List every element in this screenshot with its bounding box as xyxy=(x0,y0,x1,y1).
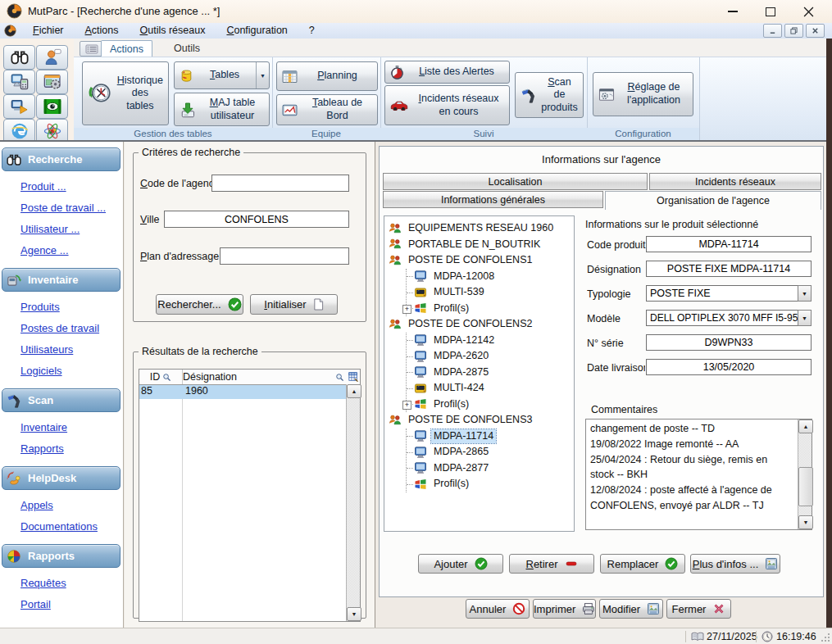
tree-item-profil-s[interactable]: + Profil(s) xyxy=(407,397,574,413)
search-button[interactable]: Rechercher... xyxy=(156,294,243,315)
sidebar-link-produit[interactable]: Produit ... xyxy=(20,179,121,193)
minimize-button[interactable] xyxy=(714,0,752,23)
close-button[interactable] xyxy=(789,0,827,23)
resize-grip[interactable] xyxy=(821,633,830,642)
tab-incidents-reseaux[interactable]: Incidents réseaux xyxy=(649,173,821,190)
comments-box[interactable]: changement de poste -- TD 19/08/2022 Ima… xyxy=(585,419,812,530)
tables-dropdown-button[interactable]: ▼ xyxy=(256,62,269,88)
sidebar-link-utilisateurs[interactable]: Utilisateurs xyxy=(20,342,121,356)
remplacer-button[interactable]: Remplacer xyxy=(600,554,685,574)
tab-informations-generales[interactable]: Informations générales xyxy=(383,191,603,208)
mdi-restore-button[interactable] xyxy=(784,24,803,38)
typologie-select[interactable] xyxy=(646,285,812,302)
shortcut-computer-audit-button[interactable] xyxy=(3,70,35,94)
sidebar-link-postes-de-travail[interactable]: Postes de travail xyxy=(20,321,121,335)
tab-outils[interactable]: Outils xyxy=(166,40,208,57)
product-code-input[interactable] xyxy=(646,236,812,252)
scan-de-produits-button[interactable]: Scan de produits xyxy=(515,72,584,118)
reglage-application-button[interactable]: Réglage de l'application xyxy=(593,72,693,116)
shortcut-settings-window-button[interactable] xyxy=(36,70,68,94)
result-row-85[interactable]: 85 1960 xyxy=(139,385,346,399)
tree-item-poste-de-confolens2[interactable]: POSTE DE CONFOLENS2 xyxy=(389,316,574,333)
liste-des-alertes-button[interactable]: Liste des Alertes xyxy=(384,61,510,84)
sidebar-header-rapports[interactable]: Rapports xyxy=(2,544,120,568)
tree-item-multi-424[interactable]: MULTI-424 xyxy=(407,380,574,397)
tree-item-portable-de-n-boutrik[interactable]: PORTABLE DE N_BOUTRIK xyxy=(389,237,574,253)
imprimer-button[interactable]: Imprimer xyxy=(533,599,596,619)
agency-code-input[interactable] xyxy=(211,175,349,192)
tree-item-mdpa-12142[interactable]: MDPA-12142 xyxy=(407,333,574,349)
menu-help[interactable]: ? xyxy=(298,24,325,38)
maximize-button[interactable] xyxy=(752,0,789,23)
mdi-minimize-button[interactable] xyxy=(763,24,782,38)
sidebar-header-scan[interactable]: Scan xyxy=(2,388,120,412)
menu-fichier[interactable]: Fichier xyxy=(22,24,75,38)
sidebar-header-recherche[interactable]: Recherche xyxy=(2,147,120,171)
fermer-button[interactable]: Fermer xyxy=(666,599,731,619)
sidebar-link-agence[interactable]: Agence ... xyxy=(20,243,121,257)
delivery-date-input[interactable] xyxy=(646,359,812,375)
sidebar-header-inventaire[interactable]: Inventaire xyxy=(2,268,120,292)
retirer-button[interactable]: Retirer xyxy=(509,554,594,574)
expand-icon[interactable]: + xyxy=(402,305,411,314)
results-scrollbar[interactable]: ▲ ▼ xyxy=(346,384,360,621)
menu-configuration[interactable]: Configuration xyxy=(216,24,298,38)
tree-item-profil-s[interactable]: + Profil(s) xyxy=(407,301,574,317)
column-header-designation[interactable]: Désignation xyxy=(183,370,346,384)
plus-infos-button[interactable]: Plus d'infos ... xyxy=(690,554,780,574)
tree-item-poste-de-confolens3[interactable]: POSTE DE CONFOLENS3 xyxy=(389,412,574,429)
modele-dropdown-button[interactable]: ▼ xyxy=(798,310,812,326)
tab-localisation[interactable]: Localisation xyxy=(383,173,648,190)
sidebar-link-rapports[interactable]: Rapports xyxy=(20,442,121,456)
sidebar-link-produits[interactable]: Produits xyxy=(20,300,121,314)
modifier-button[interactable]: Modifier xyxy=(599,599,663,619)
table-options-button[interactable] xyxy=(346,370,360,385)
serial-number-input[interactable] xyxy=(646,334,812,351)
sidebar-link-utilisateur[interactable]: Utilisateur ... xyxy=(20,222,121,236)
reset-button[interactable]: Initialiser xyxy=(250,294,338,315)
scroll-down-button[interactable]: ▼ xyxy=(347,607,361,621)
tree-item-mdpa-2620[interactable]: MDPA-2620 xyxy=(407,348,574,365)
historique-des-tables-button[interactable]: Historique des tables xyxy=(82,61,169,125)
sidebar-link-documentations[interactable]: Documentations xyxy=(20,519,121,533)
sidebar-link-appels[interactable]: Appels xyxy=(20,498,121,512)
sidebar-link-logiciels[interactable]: Logiciels xyxy=(20,364,121,378)
scroll-down-button[interactable]: ▼ xyxy=(798,515,813,529)
tab-actions[interactable]: Actions xyxy=(101,40,152,57)
city-input[interactable] xyxy=(164,211,349,228)
sidebar-link-portail[interactable]: Portail xyxy=(20,597,121,611)
comments-scrollbar[interactable]: ▲ ▼ xyxy=(798,420,812,529)
annuler-button[interactable]: Annuler xyxy=(466,599,530,619)
shortcut-eye-button[interactable] xyxy=(36,94,68,119)
tab-organisation-agence[interactable]: Organisation de l'agence xyxy=(605,191,821,210)
incidents-reseaux-button[interactable]: Incidents réseaux en cours xyxy=(384,85,510,125)
typologie-dropdown-button[interactable]: ▼ xyxy=(798,285,812,302)
tree-item-mdpa-12008[interactable]: MDPA-12008 xyxy=(407,269,574,285)
menu-outils-r-seaux[interactable]: Outils réseaux xyxy=(130,24,216,38)
tree-item-mdpa-11714[interactable]: MDPA-11714 xyxy=(407,429,574,445)
tree-item-mdpa-2877[interactable]: MDPA-2877 xyxy=(407,460,574,477)
column-header-id[interactable]: ID xyxy=(139,370,183,384)
scroll-up-button[interactable]: ▲ xyxy=(798,420,813,433)
shortcut-user-button[interactable] xyxy=(36,45,68,70)
sidebar-link-poste-de-travail[interactable]: Poste de travail ... xyxy=(20,201,121,215)
scroll-up-button[interactable]: ▲ xyxy=(347,384,361,398)
tree-item-mdpa-2865[interactable]: MDPA-2865 xyxy=(407,444,574,460)
maj-table-utilisateur-button[interactable]: MAJ table utilisateur xyxy=(174,93,270,126)
mdi-close-button[interactable] xyxy=(806,24,825,38)
tables-button[interactable]: Tables ▼ xyxy=(174,61,270,89)
tree-item-poste-de-confolens1[interactable]: POSTE DE CONFOLENS1 xyxy=(389,252,574,269)
ribbon-menu-button[interactable] xyxy=(80,41,103,57)
sidebar-link-inventaire[interactable]: Inventaire xyxy=(20,420,121,434)
address-plan-input[interactable] xyxy=(220,247,349,265)
scroll-thumb[interactable] xyxy=(798,467,813,506)
menu-actions[interactable]: Actions xyxy=(75,24,130,38)
tree-item-equipements-reseau-1960[interactable]: EQUIPEMENTS RESEAU 1960 xyxy=(389,220,574,237)
ajouter-button[interactable]: Ajouter xyxy=(418,554,503,574)
tree-item-mdpa-2875[interactable]: MDPA-2875 xyxy=(407,365,574,381)
tree-item-profil-s[interactable]: Profil(s) xyxy=(407,476,574,492)
planning-button[interactable]: Planning xyxy=(276,61,378,91)
sidebar-header-helpdesk[interactable]: HelpDesk xyxy=(2,466,120,490)
expand-icon[interactable]: + xyxy=(402,401,411,410)
shortcut-deploy-computer-button[interactable] xyxy=(3,94,35,119)
